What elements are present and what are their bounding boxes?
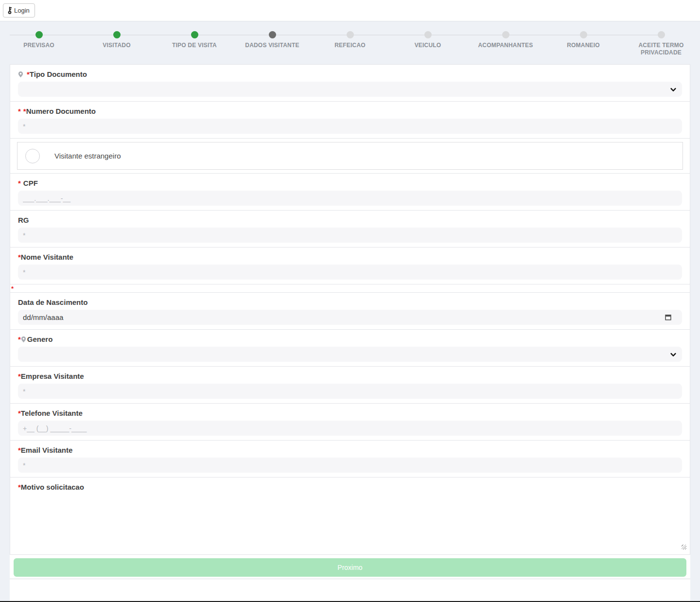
empresa-visitante-input[interactable] [18,384,682,399]
field-section-motivo-solicitacao: *Motivo solicitacao [10,477,690,555]
field-label-text: RG [18,216,29,224]
step-dot-done [191,31,198,38]
field-label-text: CPF [23,179,38,187]
select-wrap [18,82,682,97]
page: Login PREVISAOVISITADOTIPO DE VISITADADO… [0,0,700,602]
next-button[interactable]: Proximo [14,558,686,577]
step-label: DADOS VISITANTE [245,42,299,49]
login-button[interactable]: Login [3,3,35,18]
lone-required-asterisk: * [10,284,690,293]
field-label-text: Telefone Visitante [21,409,83,417]
tipo-documento-select[interactable] [18,82,682,97]
topbar: Login [0,0,700,21]
step-dot-current [269,31,276,38]
field-label: *Genero [18,335,682,343]
date-wrap [18,310,682,325]
field-section-genero: *Genero [10,329,690,367]
field-label: RG [18,216,682,224]
field-section-visitante-estrangeiro: Visitante estrangeiro [10,138,690,174]
submit-row: Proximo [10,555,690,579]
step-dot-upcoming [580,31,587,38]
key-icon [7,6,13,15]
field-label: *Email Visitante [18,446,682,454]
required-asterisk: * [18,107,21,115]
stepper-steps: PREVISAOVISITADOTIPO DE VISITADADOS VISI… [0,21,700,56]
step-label: REFEICAO [334,42,366,49]
stepper: PREVISAOVISITADOTIPO DE VISITADADOS VISI… [0,21,700,65]
field-label: Data de Nascimento [18,298,682,306]
field-label-text: Numero Documento [26,107,96,115]
email-visitante-input[interactable] [18,458,682,473]
field-label-text: Empresa Visitante [21,372,84,380]
field-label: *Telefone Visitante [18,409,682,417]
content-band: PREVISAOVISITADOTIPO DE VISITADADOS VISI… [0,21,700,601]
field-label-text: Genero [27,335,53,343]
cpf-input[interactable] [18,191,682,206]
field-label: *Nome Visitante [18,253,682,261]
radio-label: Visitante estrangeiro [54,152,121,160]
step-dot-upcoming [658,31,665,38]
map-pin-icon [21,336,26,343]
radio-circle[interactable] [25,149,40,163]
step-dot-done [113,31,121,38]
field-label: *CPF [18,179,682,187]
step-label: ROMANEIO [567,42,600,49]
field-section-tipo-documento: *Tipo Documento [10,64,690,102]
field-section-nome-visitante: *Nome Visitante [10,247,690,284]
nome-visitante-input[interactable] [18,265,682,280]
field-label-text: Email Visitante [21,446,72,454]
field-section-data-nascimento: Data de Nascimento [10,292,690,330]
field-label: *Empresa Visitante [18,372,682,380]
step-dot-upcoming [347,31,354,38]
step-label: PREVISAO [23,42,54,49]
step-label: ACOMPANHANTES [478,42,533,49]
field-label: *Tipo Documento [18,70,682,78]
motivo-solicitacao-textarea[interactable] [18,495,687,550]
textarea-wrap [18,495,687,550]
step-dot-upcoming [424,31,432,38]
field-label: **Numero Documento [18,107,682,115]
field-section-email-visitante: *Email Visitante [10,440,690,478]
field-section-empresa-visitante: *Empresa Visitante [10,366,690,404]
field-section-cpf: *CPF [10,173,690,211]
genero-select[interactable] [18,347,682,362]
step-label: TIPO DE VISITA [172,42,217,49]
data-nascimento-date-input[interactable] [18,310,682,325]
required-asterisk: * [18,179,21,187]
field-section-telefone-visitante: *Telefone Visitante [10,403,690,441]
field-section-numero-documento: **Numero Documento [10,101,690,139]
stepper-track [10,35,661,35]
field-label-text: Motivo solicitacao [21,483,84,491]
field-label-text: Data de Nascimento [18,298,88,306]
field-label: *Motivo solicitacao [18,483,687,491]
step-dot-upcoming [502,31,509,38]
form-fields: *Tipo Documento**Numero DocumentoVisitan… [10,64,690,555]
field-label-text: Nome Visitante [21,253,73,261]
field-label-text: Tipo Documento [30,70,87,78]
step-label: VEICULO [415,42,441,49]
form-card: *Tipo Documento**Numero DocumentoVisitan… [10,64,690,579]
login-label: Login [14,7,30,14]
map-pin-icon [18,71,23,78]
field-section-rg: RG [10,210,690,248]
main-column: *Tipo Documento**Numero DocumentoVisitan… [10,65,690,601]
numero-documento-input[interactable] [18,119,682,134]
radio-row-visitante-estrangeiro[interactable]: Visitante estrangeiro [17,142,683,170]
select-wrap [18,347,682,362]
telefone-visitante-input[interactable] [18,421,682,436]
step-dot-done [35,31,43,38]
step-label: VISITADO [103,42,130,49]
step-label: ACEITE TERMO PRIVACIDADE [631,42,691,56]
rg-input[interactable] [18,228,682,243]
